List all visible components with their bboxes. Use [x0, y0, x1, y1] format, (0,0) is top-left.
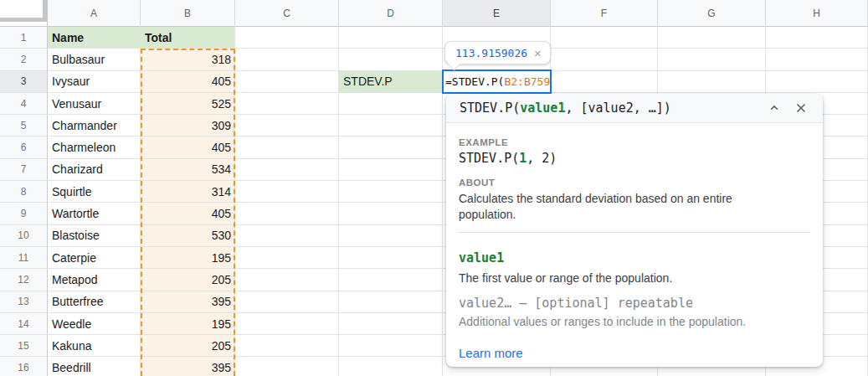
column-header-D[interactable]: D: [339, 0, 443, 27]
column-header-A[interactable]: A: [48, 0, 141, 27]
cell-D4[interactable]: [339, 93, 443, 115]
row-header-10[interactable]: 10: [0, 225, 48, 247]
row-header-11[interactable]: 11: [0, 247, 48, 269]
row-header-2[interactable]: 2: [0, 49, 48, 70]
active-cell-E3[interactable]: =STDEV.P(B2:B759: [442, 70, 552, 94]
cell-B4[interactable]: 525: [141, 93, 235, 115]
cell-G2[interactable]: [658, 49, 766, 70]
cell-A9[interactable]: Wartortle: [48, 203, 141, 224]
cell-A4[interactable]: Venusaur: [48, 93, 141, 115]
cell-D14[interactable]: [339, 313, 443, 335]
cell-A7[interactable]: Charizard: [48, 159, 141, 181]
cell-A6[interactable]: Charmeleon: [48, 136, 141, 158]
cell-B10[interactable]: 530: [141, 225, 235, 247]
cell-D2[interactable]: [339, 49, 443, 70]
column-header-H[interactable]: H: [766, 0, 868, 27]
cell-A2[interactable]: Bulbasaur: [48, 49, 141, 70]
cell-B12[interactable]: 205: [141, 269, 235, 291]
cell-C8[interactable]: [235, 181, 339, 203]
cell-D15[interactable]: [339, 335, 443, 357]
cell-H2[interactable]: [766, 49, 868, 70]
row-header-6[interactable]: 6: [0, 136, 48, 158]
cell-A13[interactable]: Butterfree: [48, 291, 141, 313]
cell-F1[interactable]: [551, 27, 658, 49]
row-header-12[interactable]: 12: [0, 269, 48, 291]
cell-C4[interactable]: [235, 93, 339, 115]
cell-B8[interactable]: 314: [141, 181, 235, 203]
cell-D12[interactable]: [339, 269, 443, 291]
cell-C10[interactable]: [235, 225, 339, 247]
row-header-7[interactable]: 7: [0, 159, 48, 181]
row-header-15[interactable]: 15: [0, 335, 48, 357]
cell-B11[interactable]: 195: [141, 247, 235, 269]
close-button[interactable]: [791, 98, 811, 118]
cell-B1[interactable]: Total: [141, 27, 235, 49]
cell-C12[interactable]: [235, 269, 339, 291]
row-header-9[interactable]: 9: [0, 203, 48, 224]
learn-more-link[interactable]: Learn more: [459, 346, 523, 360]
cell-H3[interactable]: [766, 71, 868, 93]
cell-B2[interactable]: 318: [141, 49, 235, 70]
cell-D7[interactable]: [339, 159, 443, 181]
collapse-button[interactable]: [764, 98, 784, 118]
cell-H1[interactable]: [766, 27, 868, 49]
cell-F3[interactable]: [551, 71, 658, 93]
cell-B16[interactable]: 395: [141, 357, 235, 376]
cell-C5[interactable]: [235, 115, 339, 136]
row-header-1[interactable]: 1: [0, 27, 48, 49]
cell-C3[interactable]: [235, 71, 339, 93]
row-header-8[interactable]: 8: [0, 181, 48, 203]
cell-D9[interactable]: [339, 203, 443, 224]
row-header-16[interactable]: 16: [0, 357, 48, 376]
row-header-13[interactable]: 13: [0, 291, 48, 313]
cell-D8[interactable]: [339, 181, 443, 203]
cell-B13[interactable]: 395: [141, 291, 235, 313]
cell-D3[interactable]: STDEV.P: [339, 71, 443, 93]
cell-A8[interactable]: Squirtle: [48, 181, 141, 203]
select-all-corner[interactable]: [0, 0, 48, 27]
cell-C11[interactable]: [235, 247, 339, 269]
row-header-5[interactable]: 5: [0, 115, 48, 136]
row-header-3[interactable]: 3: [0, 71, 48, 93]
cell-C14[interactable]: [235, 313, 339, 335]
cell-D5[interactable]: [339, 115, 443, 136]
cell-C13[interactable]: [235, 291, 339, 313]
cell-B5[interactable]: 309: [141, 115, 235, 136]
cell-A10[interactable]: Blastoise: [48, 225, 141, 247]
cell-D16[interactable]: [339, 357, 443, 376]
cell-A14[interactable]: Weedle: [48, 313, 141, 335]
cell-C6[interactable]: [235, 136, 339, 158]
cell-A12[interactable]: Metapod: [48, 269, 141, 291]
cell-C9[interactable]: [235, 203, 339, 224]
column-header-C[interactable]: C: [235, 0, 339, 27]
cell-C15[interactable]: [235, 335, 339, 357]
cell-B9[interactable]: 405: [141, 203, 235, 224]
cell-B14[interactable]: 195: [141, 313, 235, 335]
column-header-G[interactable]: G: [658, 0, 766, 27]
cell-C2[interactable]: [235, 49, 339, 70]
cell-D11[interactable]: [339, 247, 443, 269]
row-header-4[interactable]: 4: [0, 93, 48, 115]
tooltip-close-icon[interactable]: ×: [534, 47, 542, 59]
cell-B6[interactable]: 405: [141, 136, 235, 158]
cell-F2[interactable]: [551, 49, 658, 70]
column-header-B[interactable]: B: [141, 0, 235, 27]
cell-A11[interactable]: Caterpie: [48, 247, 141, 269]
cell-C1[interactable]: [235, 27, 339, 49]
row-header-14[interactable]: 14: [0, 313, 48, 335]
cell-A15[interactable]: Kakuna: [48, 335, 141, 357]
cell-G3[interactable]: [658, 71, 766, 93]
cell-A5[interactable]: Charmander: [48, 115, 141, 136]
cell-A16[interactable]: Beedrill: [48, 357, 141, 376]
column-header-F[interactable]: F: [551, 0, 658, 27]
column-header-E[interactable]: E: [443, 0, 551, 27]
cell-C16[interactable]: [235, 357, 339, 376]
cell-B15[interactable]: 205: [141, 335, 235, 357]
cell-D13[interactable]: [339, 291, 443, 313]
cell-D10[interactable]: [339, 225, 443, 247]
cell-D6[interactable]: [339, 136, 443, 158]
cell-B7[interactable]: 534: [141, 159, 235, 181]
cell-A3[interactable]: Ivysaur: [48, 71, 141, 93]
cell-D1[interactable]: [339, 27, 443, 49]
cell-C7[interactable]: [235, 159, 339, 181]
